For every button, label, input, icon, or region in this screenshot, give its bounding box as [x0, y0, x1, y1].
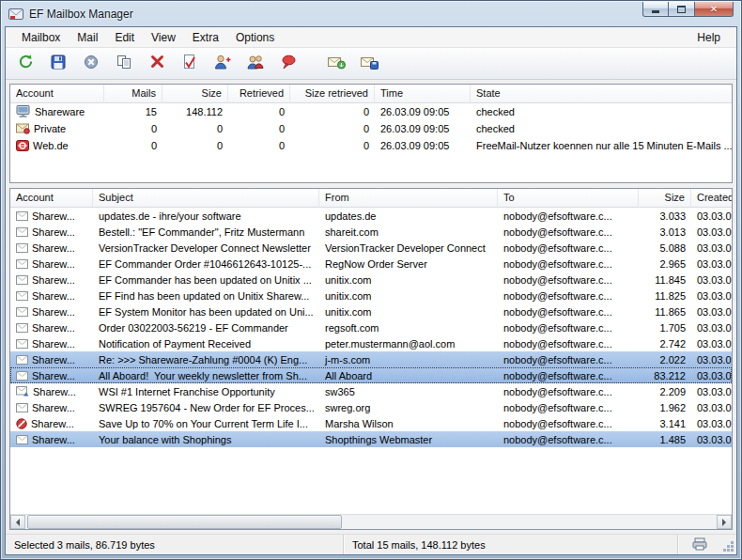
mail-account: Sharew...: [32, 434, 75, 445]
menu-item-options[interactable]: Options: [227, 28, 283, 47]
mail-row[interactable]: Sharew...Order 03022003-56219 - EF Comma…: [10, 319, 732, 335]
mail-row[interactable]: Sharew...EF Commander Order #1046612643-…: [10, 256, 732, 272]
from-cell: updates.de: [319, 208, 498, 224]
menu-item-mail[interactable]: Mail: [69, 28, 106, 47]
mails-column-account[interactable]: Account: [10, 189, 93, 208]
account-row[interactable]: Web.de000026.03.09 09:05FreeMail-Nutzer …: [10, 137, 732, 154]
scroll-left-button[interactable]: [10, 515, 25, 529]
to-cell: nobody@efsoftware.c...: [498, 288, 639, 303]
mails-column-from[interactable]: From: [319, 189, 498, 208]
to-cell: nobody@efsoftware.c...: [498, 335, 639, 351]
resize-grip[interactable]: [721, 540, 736, 554]
time-cell: 26.03.09 09:05: [375, 103, 471, 120]
save-icon: [51, 54, 66, 73]
about-balloon-button[interactable]: [276, 52, 301, 76]
accounts-button[interactable]: [243, 52, 268, 76]
mail-row[interactable]: Sharew...SWREG 1957604 - New Order for E…: [10, 399, 732, 415]
menu-item-edit[interactable]: Edit: [106, 28, 143, 47]
to-cell: nobody@efsoftware.c...: [498, 415, 639, 431]
maximize-button[interactable]: [669, 2, 694, 17]
toolbar: [6, 48, 736, 80]
accounts-column-retrieved[interactable]: Retrieved: [228, 85, 290, 103]
account-name: Shareware: [35, 106, 85, 117]
mail-row[interactable]: Sharew...Re: >>> Shareware-Zahlung #0004…: [10, 351, 732, 367]
accounts-column-size-retrieved[interactable]: Size retrieved: [290, 85, 375, 103]
delete-button[interactable]: [145, 52, 169, 76]
from-cell: unitix.com: [319, 288, 498, 303]
size-cell: 3.013: [639, 224, 691, 240]
mail-icon: [16, 259, 28, 269]
copy-button[interactable]: [112, 52, 136, 76]
account-row[interactable]: Private000026.03.09 09:05checked: [10, 120, 732, 137]
mail-account-cell: Sharew...: [10, 272, 93, 288]
accounts-column-time[interactable]: Time: [375, 85, 471, 103]
account-name: Web.de: [33, 140, 69, 151]
mail-icon: [16, 307, 28, 317]
account-row[interactable]: Shareware15148.1120026.03.09 09:05checke…: [10, 103, 732, 120]
mail-row[interactable]: Sharew...Your balance with ShophingsShop…: [10, 431, 732, 447]
accounts-column-size[interactable]: Size: [162, 85, 228, 103]
mail-row[interactable]: Sharew...EF Find has been updated on Uni…: [10, 288, 732, 303]
stop-button[interactable]: [79, 52, 103, 76]
menu-item-view[interactable]: View: [143, 28, 184, 47]
mail-account: Sharew...: [32, 370, 75, 381]
mails-column-size[interactable]: Size: [639, 189, 691, 208]
accounts-column-mails[interactable]: Mails: [104, 85, 162, 103]
subject-cell: Notification of Payment Received: [93, 335, 319, 351]
accounts-column-state[interactable]: State: [471, 85, 732, 103]
mails-column-to[interactable]: To: [498, 189, 639, 208]
mail-icon: [16, 403, 28, 412]
scroll-left-icon: [16, 519, 20, 526]
size-retrieved-cell: 0: [290, 137, 375, 154]
title-bar[interactable]: EF Mailbox Manager: [5, 1, 737, 26]
minimize-button[interactable]: [642, 2, 669, 17]
menu-item-help[interactable]: Help: [688, 28, 729, 47]
mail-row[interactable]: Sharew...All Aboard! Your weekly newslet…: [10, 367, 732, 383]
created-cell: 03.03.09: [691, 240, 732, 256]
created-cell: 03.03.09: [691, 399, 732, 415]
printer-icon: [692, 537, 707, 552]
menu-item-extra[interactable]: Extra: [184, 28, 227, 47]
save-mail-button[interactable]: [357, 52, 381, 76]
mail-row[interactable]: Sharew...Bestell.: "EF Commander", Fritz…: [10, 224, 732, 240]
horizontal-scrollbar[interactable]: [10, 514, 732, 529]
window-title: EF Mailbox Manager: [29, 8, 133, 21]
get-mail-button[interactable]: [324, 52, 348, 76]
retrieved-cell: 0: [228, 103, 290, 120]
mail-row[interactable]: Sharew...VersionTracker Developer Connec…: [10, 240, 732, 256]
scroll-thumb[interactable]: [27, 515, 342, 529]
menu-item-mailbox[interactable]: Mailbox: [13, 28, 69, 47]
mail-account-cell: Sharew...: [10, 399, 93, 415]
close-button[interactable]: ✕: [694, 2, 734, 17]
mails-column-subject[interactable]: Subject: [93, 189, 319, 208]
mails-column-created[interactable]: Created: [691, 189, 732, 208]
account-cell: Shareware: [10, 103, 104, 120]
scroll-track[interactable]: [25, 515, 717, 529]
mail-row[interactable]: Sharew...Notification of Payment Receive…: [10, 335, 732, 351]
mail-row[interactable]: Sharew...WSI #1 Internet Franchise Oppor…: [10, 383, 732, 399]
from-cell: unitix.com: [319, 272, 498, 288]
mail-row[interactable]: Sharew...Save Up to 70% on Your Current …: [10, 415, 732, 431]
refresh-button[interactable]: [13, 52, 38, 76]
mail-account: Sharew...: [32, 306, 75, 318]
state-cell: checked: [471, 103, 732, 120]
refresh-icon: [18, 54, 34, 73]
scroll-right-button[interactable]: [717, 515, 732, 529]
mail-account-cell: Sharew...: [10, 303, 93, 319]
to-cell: nobody@efsoftware.c...: [498, 303, 639, 319]
check-mail-button[interactable]: [178, 52, 202, 76]
subject-cell: EF Commander Order #1046612643-10125-...: [93, 256, 319, 272]
mail-row[interactable]: Sharew...updates.de - ihre/your software…: [10, 208, 732, 224]
mail-row[interactable]: Sharew...EF System Monitor has been upda…: [10, 303, 732, 319]
mail-icon: [16, 339, 28, 349]
subject-cell: updates.de - ihre/your software: [93, 208, 319, 224]
account-cell: Private: [10, 120, 104, 137]
mail-row[interactable]: Sharew...EF Commander has been updated o…: [10, 272, 732, 288]
mails-cell: 0: [104, 120, 162, 137]
accounts-column-account[interactable]: Account: [10, 85, 104, 103]
save-button[interactable]: [46, 52, 70, 76]
get-mail-icon: [328, 54, 346, 73]
app-icon: [8, 7, 23, 22]
size-cell: 1.485: [639, 431, 691, 447]
add-account-button[interactable]: [210, 52, 235, 76]
